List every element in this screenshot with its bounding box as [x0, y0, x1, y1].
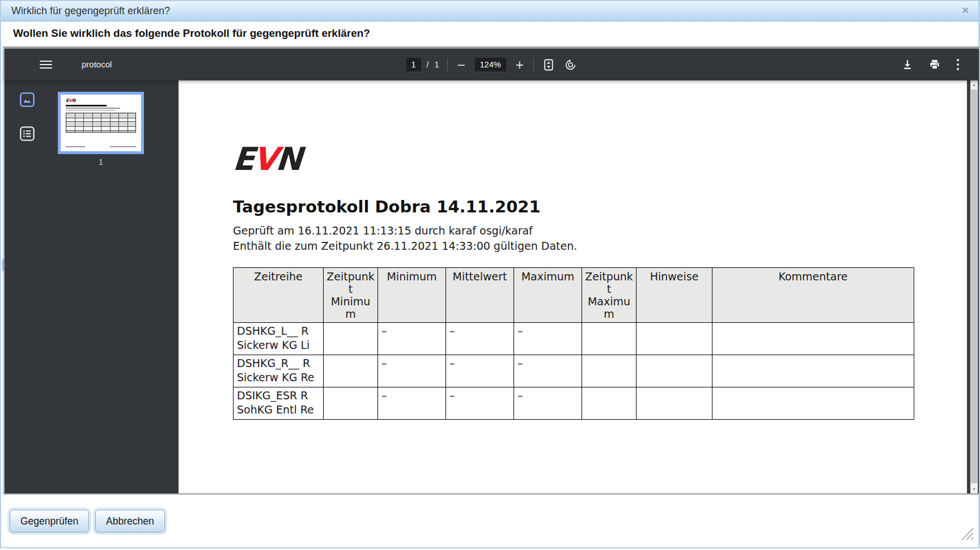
pdf-scrollbar[interactable]: ▲ ▼ — [970, 80, 978, 493]
cell-kommentare — [712, 323, 914, 355]
close-icon[interactable]: ✕ — [962, 5, 969, 16]
col-header: Kommentare — [712, 268, 914, 323]
cell-zeitpunkt-max — [582, 387, 637, 420]
col-header: Zeitreihe — [234, 268, 324, 323]
evn-logo: EVN — [232, 144, 302, 174]
print-icon — [929, 59, 940, 70]
scroll-down-icon[interactable]: ▼ — [970, 485, 978, 493]
cell-minimum: – — [378, 355, 446, 387]
dialog-titlebar: Wirklich für gegengeprüft erklären? ✕ — [1, 1, 978, 22]
cell-minimum: – — [378, 323, 446, 355]
page-number-input[interactable]: 1 — [406, 58, 421, 71]
col-header: Minimum — [378, 268, 446, 323]
dialog-question: Wollen Sie wirklich das folgende Protoko… — [1, 22, 978, 46]
table-row: DSHKG_R__ R Sickerw KG Re – – – — [234, 355, 914, 387]
toolbar-separator — [447, 58, 448, 71]
cell-maximum: – — [514, 387, 582, 420]
col-header: Mittelwert — [446, 268, 514, 323]
cell-hinweise — [637, 355, 712, 387]
scroll-up-icon[interactable]: ▲ — [970, 80, 978, 89]
protocol-table: Zeitreihe Zeitpunkt Minimum Minimum Mitt… — [233, 267, 914, 420]
cell-maximum: – — [514, 323, 582, 355]
zoom-level-value: 124% — [475, 58, 506, 71]
pdf-viewer-body: EVN 1 EVN Tagesprotokoll Dobra 14.11.202… — [5, 80, 979, 493]
cell-hinweise — [637, 387, 712, 420]
cell-zeitpunkt-max — [582, 323, 637, 355]
valid-line: Enthält die zum Zeitpunkt 26.11.2021 14:… — [233, 238, 577, 254]
cell-kommentare — [712, 355, 914, 387]
pdf-doc-title: protocol — [82, 59, 112, 69]
toolbar-separator — [533, 58, 534, 71]
cell-zeitpunkt-min — [324, 323, 378, 355]
cell-zeitpunkt-max — [582, 355, 637, 387]
cell-zeitreihe: DSHKG_R__ R Sickerw KG Re — [234, 355, 324, 387]
cell-hinweise — [637, 323, 712, 355]
cell-mittelwert: – — [446, 323, 514, 355]
page-total: 1 — [435, 60, 439, 69]
cell-mittelwert: – — [446, 387, 514, 420]
protocol-subtitle: Geprüft am 16.11.2021 11:13:15 durch kar… — [233, 223, 577, 254]
confirmation-dialog: Wirklich für gegengeprüft erklären? ✕ Wo… — [0, 0, 980, 548]
checked-line: Geprüft am 16.11.2021 11:13:15 durch kar… — [233, 223, 577, 238]
download-button[interactable] — [901, 58, 914, 71]
cell-kommentare — [712, 387, 914, 420]
rotate-ccw-icon — [565, 59, 576, 71]
scrollbar-thumb[interactable] — [971, 89, 977, 483]
thumbnail-page-number: 1 — [58, 157, 144, 167]
download-icon — [902, 59, 913, 70]
cell-minimum: – — [378, 387, 446, 420]
page-divider: / — [427, 60, 429, 69]
table-row: DSIKG_ESR R SohKG Entl Re – – – — [234, 387, 914, 420]
thumbnails-view-icon[interactable] — [19, 92, 35, 108]
left-edge-scrollbar-thumb[interactable] — [2, 259, 5, 271]
gegenpruefen-button[interactable]: Gegenprüfen — [10, 510, 89, 532]
protocol-title: Tagesprotokoll Dobra 14.11.2021 — [233, 197, 541, 216]
rotate-ccw-button[interactable] — [563, 58, 578, 72]
table-header-row: Zeitreihe Zeitpunkt Minimum Minimum Mitt… — [234, 268, 914, 323]
more-options-button[interactable] — [955, 57, 961, 72]
pdf-sidebar: EVN 1 — [5, 80, 179, 493]
pdf-page: EVN Tagesprotokoll Dobra 14.11.2021 Gepr… — [179, 80, 967, 493]
cell-zeitpunkt-min — [324, 387, 378, 420]
cell-maximum: – — [514, 355, 582, 387]
kebab-menu-icon — [956, 58, 960, 71]
dialog-title: Wirklich für gegengeprüft erklären? — [11, 1, 170, 21]
cell-zeitpunkt-min — [324, 355, 378, 387]
page-thumbnail[interactable]: EVN — [58, 92, 144, 154]
page-thumbnail-preview: EVN — [61, 95, 141, 151]
pdf-toolbar: protocol 1 / 1 − 124% + — [5, 49, 979, 80]
fit-to-page-icon — [543, 59, 554, 71]
print-button[interactable] — [928, 58, 941, 71]
zoom-out-button[interactable]: − — [456, 58, 467, 71]
abbrechen-button[interactable]: Abbrechen — [95, 510, 165, 532]
cell-mittelwert: – — [446, 355, 514, 387]
document-outline-icon[interactable] — [19, 126, 35, 142]
resize-grip-icon[interactable] — [958, 525, 975, 542]
cell-zeitreihe: DSHKG_L__ R Sickerw KG Li — [234, 323, 324, 355]
fit-to-page-button[interactable] — [542, 58, 555, 72]
dialog-footer: Gegenprüfen Abbrechen — [1, 494, 978, 546]
col-header: Hinweise — [637, 268, 712, 323]
cell-zeitreihe: DSIKG_ESR R SohKG Entl Re — [234, 387, 324, 420]
table-row: DSHKG_L__ R Sickerw KG Li – – – — [234, 323, 914, 355]
menu-icon[interactable] — [40, 58, 52, 71]
col-header: Zeitpunkt Maximum — [582, 268, 637, 323]
zoom-in-button[interactable]: + — [514, 58, 525, 71]
col-header: Maximum — [514, 268, 582, 323]
col-header: Zeitpunkt Minimum — [324, 268, 378, 323]
pdf-viewer-embed: protocol 1 / 1 − 124% + — [3, 46, 979, 494]
